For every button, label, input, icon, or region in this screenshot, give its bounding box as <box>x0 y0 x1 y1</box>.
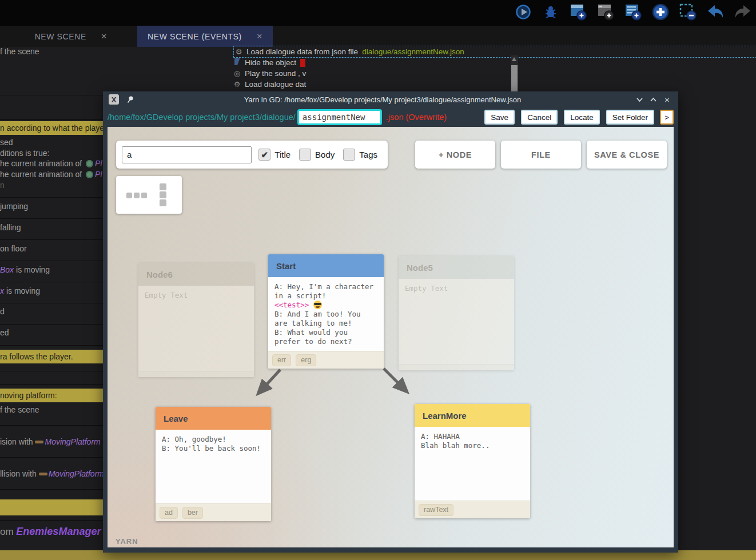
cancel-button[interactable]: Cancel <box>521 110 558 125</box>
action-text: Play the sound , v <box>245 69 306 78</box>
locate-button[interactable]: Locate <box>564 110 600 125</box>
save-close-button[interactable]: SAVE & CLOSE <box>587 141 667 169</box>
node-body[interactable]: A: Hey, I'm a characterin a script!<<tes… <box>268 277 384 351</box>
node-title-bar[interactable]: Node6 <box>138 263 254 286</box>
event-row[interactable]: f the scene <box>0 405 39 415</box>
event-action-row[interactable]: ⚙Load dialogue data from json file dialo… <box>233 46 756 58</box>
node-body[interactable]: A: Oh, goodbye!B: You'll be back soon! <box>156 430 271 503</box>
node-search-input[interactable] <box>122 146 252 163</box>
file-button[interactable]: FILE <box>501 141 581 169</box>
tag-chip[interactable]: ad <box>160 507 178 519</box>
event-row[interactable]: d <box>0 307 5 317</box>
yarn-node-learnmore[interactable]: LearnMoreA: HAHAHABlah blah more..rawTex… <box>415 404 530 518</box>
tab-bar: NEW SCENE×NEW SCENE (EVENTS)× <box>0 26 756 47</box>
node-body-line: prefer to do next? <box>274 337 377 346</box>
event-action-row[interactable]: ◎Play the sound , v <box>233 68 306 79</box>
event-text: Pl <box>95 170 102 179</box>
events-scrollbar[interactable] <box>511 55 518 91</box>
event-text: falling <box>0 223 21 232</box>
event-row[interactable]: om EnemiesManager <box>0 527 101 537</box>
tab-new-scene[interactable]: NEW SCENE× <box>5 26 137 47</box>
event-row[interactable]: ed <box>0 328 9 338</box>
node-body-line: <<test>> <box>274 301 377 310</box>
minimize-icon[interactable] <box>635 95 644 104</box>
comment-event-row[interactable]: ra follows the player. <box>0 350 104 363</box>
node-body[interactable]: Empty Text <box>138 286 254 371</box>
scrollbar-thumb[interactable] <box>511 65 518 91</box>
event-row-divider <box>0 384 104 385</box>
event-text: is moving <box>14 265 50 274</box>
node-footer <box>138 371 254 377</box>
add-external-events-icon[interactable] <box>596 2 615 22</box>
tag-chip[interactable]: erg <box>296 354 316 366</box>
event-row[interactable]: n <box>0 181 5 190</box>
event-text: om <box>0 526 16 537</box>
redo-icon[interactable] <box>733 2 753 22</box>
undo-icon[interactable] <box>706 2 725 22</box>
json-file-link[interactable]: dialogue/assignmentNew.json <box>362 47 464 56</box>
debug-icon[interactable] <box>541 2 560 22</box>
-node-button[interactable]: + NODE <box>415 141 495 169</box>
node-body[interactable]: Empty Text <box>399 279 514 364</box>
comment-event-row[interactable]: n according to what the playe <box>0 121 104 135</box>
pin-icon[interactable] <box>126 95 134 103</box>
node-title-bar[interactable]: Start <box>268 254 384 277</box>
file-bar: /home/fox/GDevelop projects/My project3/… <box>103 107 678 127</box>
event-action-row[interactable]: Hide the object <box>233 57 305 68</box>
add-object-icon[interactable] <box>651 2 670 22</box>
event-row-divider <box>0 119 104 120</box>
remove-selection-icon[interactable] <box>678 2 698 22</box>
event-row[interactable]: he current animation of Pl <box>0 159 102 169</box>
tab-close-icon[interactable]: × <box>257 31 263 41</box>
node-text: are talking to me! <box>274 319 352 327</box>
tag-chip[interactable]: rawText <box>419 504 453 516</box>
event-row[interactable]: Box is moving <box>0 265 50 275</box>
sunglasses-emoji <box>313 301 322 309</box>
checkbox-title[interactable]: ✔ <box>258 149 270 161</box>
event-row[interactable]: sed <box>0 138 13 147</box>
node-title-bar[interactable]: LearnMore <box>415 404 530 427</box>
restore-icon[interactable] <box>649 95 658 104</box>
node-title-bar[interactable]: Leave <box>156 407 271 430</box>
canvas-mini-widget[interactable] <box>116 176 182 214</box>
comment-event-row[interactable] <box>0 499 104 515</box>
save-button[interactable]: Save <box>484 110 515 125</box>
yarn-node-start[interactable]: StartA: Hey, I'm a characterin a script!… <box>268 254 384 369</box>
checkbox-label-body: Body <box>315 150 335 159</box>
tag-chip[interactable]: err <box>272 354 291 366</box>
action-text: Load dialogue dat <box>245 80 306 89</box>
event-row[interactable]: llision with MovingPlatform <box>0 469 104 479</box>
event-row[interactable]: on floor <box>0 244 27 254</box>
event-row[interactable]: he current animation of Pl <box>0 170 102 179</box>
event-row[interactable]: x is moving <box>0 286 40 296</box>
dialog-titlebar[interactable]: X Yarn in GD: /home/fox/GDevelop project… <box>103 91 678 107</box>
tab-close-icon[interactable]: × <box>101 31 108 41</box>
comment-event-row[interactable]: noving platform: <box>0 389 104 402</box>
add-scene-icon[interactable] <box>568 2 588 22</box>
event-text: Pl <box>95 159 102 168</box>
filename-input[interactable] <box>297 109 382 125</box>
tag-chip[interactable]: ber <box>182 507 203 519</box>
event-row[interactable]: falling <box>0 223 21 233</box>
node-body[interactable]: A: HAHAHABlah blah more.. <box>415 427 530 501</box>
tab-new-scene-events-[interactable]: NEW SCENE (EVENTS)× <box>137 26 273 47</box>
play-icon[interactable] <box>514 2 533 22</box>
node-title-bar[interactable]: Node5 <box>399 256 514 279</box>
yarn-node-node5[interactable]: Node5Empty Text <box>399 256 514 370</box>
toolbar-icons <box>514 2 753 22</box>
close-icon[interactable]: × <box>663 95 671 104</box>
checkbox-body[interactable] <box>299 149 311 161</box>
add-external-layout-icon[interactable] <box>623 2 643 22</box>
event-row[interactable]: f the scene <box>0 47 39 57</box>
set-folder-button[interactable]: Set Folder <box>606 110 654 125</box>
scrollbar-up-icon[interactable] <box>512 57 516 61</box>
yarn-node-leave[interactable]: LeaveA: Oh, goodbye!B: You'll be back so… <box>156 407 271 521</box>
event-action-row[interactable]: ⚙Load dialogue dat <box>233 79 306 90</box>
event-row[interactable]: jumping <box>0 202 28 211</box>
event-row[interactable]: ditions is true: <box>0 149 49 158</box>
event-row[interactable]: ision with MovingPlatform <box>0 437 101 447</box>
more-options-button[interactable]: > <box>660 110 674 125</box>
yarn-node-node6[interactable]: Node6Empty Text <box>138 263 254 377</box>
yarn-canvas[interactable]: ✔TitleBodyTags + NODEFILESAVE & CLOSE No… <box>108 127 674 547</box>
checkbox-tags[interactable] <box>343 149 355 161</box>
